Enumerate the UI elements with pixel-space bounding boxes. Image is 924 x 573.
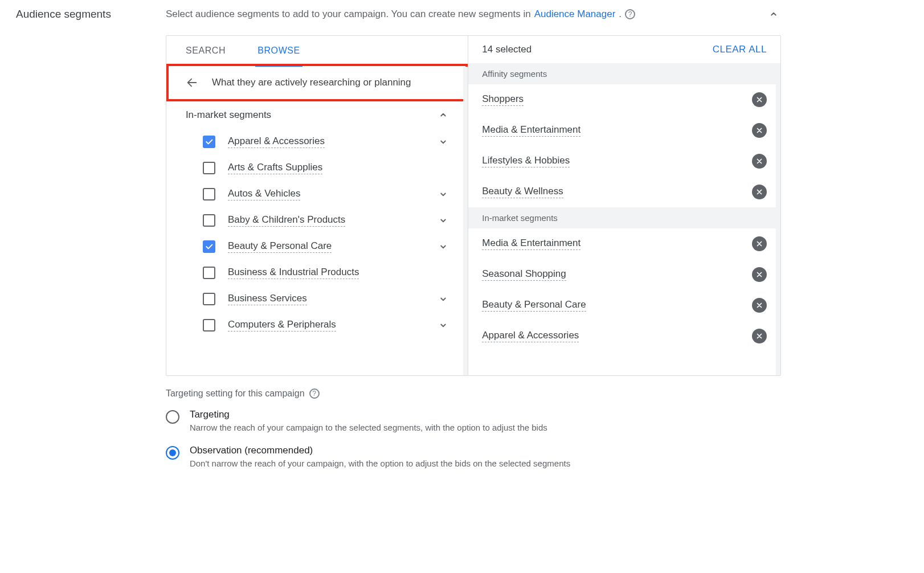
browse-list: Apparel & AccessoriesArts & Crafts Suppl…	[166, 129, 468, 375]
browse-item[interactable]: Arts & Crafts Supplies	[166, 155, 468, 181]
selected-count: 14 selected	[482, 44, 531, 55]
segment-label: Beauty & Personal Care	[228, 240, 332, 253]
tab-search[interactable]: SEARCH	[186, 36, 226, 66]
intro-suffix: .	[619, 9, 622, 20]
segment-label: Shoppers	[482, 93, 524, 106]
targeting-option[interactable]: Observation (recommended)Don't narrow th…	[166, 445, 781, 468]
selected-item: Beauty & Personal Care	[468, 290, 780, 321]
targeting-heading: Targeting setting for this campaign ?	[166, 388, 781, 399]
clear-all-button[interactable]: CLEAR ALL	[713, 44, 767, 55]
checkbox[interactable]	[203, 214, 215, 227]
segment-label: Business & Industrial Products	[228, 267, 359, 279]
chevron-down-icon[interactable]	[438, 242, 448, 252]
checkbox[interactable]	[203, 293, 215, 305]
browse-item[interactable]: Computers & Peripherals	[166, 312, 468, 338]
segment-label: Beauty & Personal Care	[482, 299, 586, 312]
radio-button[interactable]	[166, 410, 179, 424]
help-icon[interactable]: ?	[309, 388, 320, 399]
selected-panel: 14 selected CLEAR ALL Affinity segmentsS…	[468, 36, 780, 375]
targeting-option-desc: Don't narrow the reach of your campaign,…	[190, 459, 570, 468]
browse-item[interactable]: Autos & Vehicles	[166, 181, 468, 207]
segment-label: Apparel & Accessories	[228, 136, 325, 148]
checkbox[interactable]	[203, 267, 215, 279]
browse-panel: SEARCH BROWSE What they are actively res…	[166, 36, 468, 375]
help-icon[interactable]: ?	[625, 9, 635, 19]
selected-item: Shoppers	[468, 84, 780, 115]
tab-browse[interactable]: BROWSE	[257, 36, 300, 66]
targeting-option[interactable]: TargetingNarrow the reach of your campai…	[166, 409, 781, 432]
radio-button[interactable]	[166, 446, 179, 460]
collapse-section-button[interactable]	[766, 7, 781, 22]
checkbox[interactable]	[203, 162, 215, 174]
section-title: Audience segments	[16, 7, 111, 21]
segment-label: Seasonal Shopping	[482, 268, 566, 281]
selected-item: Media & Entertainment	[468, 115, 780, 146]
group-header-label: In-market segments	[186, 109, 271, 121]
segment-label: Autos & Vehicles	[228, 188, 301, 200]
browse-item[interactable]: Business Services	[166, 286, 468, 312]
segment-picker: SEARCH BROWSE What they are actively res…	[166, 35, 781, 376]
selected-item: Apparel & Accessories	[468, 321, 780, 351]
selected-group-header: Affinity segments	[468, 63, 780, 84]
segment-label: Apparel & Accessories	[482, 330, 579, 342]
checkbox[interactable]	[203, 240, 215, 253]
selected-item: Media & Entertainment	[468, 228, 780, 259]
browse-item[interactable]: Baby & Children's Products	[166, 207, 468, 234]
checkbox[interactable]	[203, 136, 215, 148]
browse-item[interactable]: Beauty & Personal Care	[166, 234, 468, 260]
targeting-option-desc: Narrow the reach of your campaign to the…	[190, 423, 547, 432]
chevron-down-icon[interactable]	[438, 189, 448, 199]
scrollbar-thumb[interactable]	[463, 140, 468, 253]
segment-label: Baby & Children's Products	[228, 214, 345, 227]
remove-button[interactable]	[752, 298, 767, 313]
remove-button[interactable]	[752, 154, 767, 169]
selected-group-header: In-market segments	[468, 207, 780, 228]
targeting-option-label: Observation (recommended)	[190, 445, 570, 456]
remove-button[interactable]	[752, 123, 767, 138]
selected-item: Seasonal Shopping	[468, 259, 780, 290]
checkbox[interactable]	[203, 188, 215, 200]
segment-label: Media & Entertainment	[482, 238, 580, 250]
chevron-up-icon	[438, 110, 448, 120]
targeting-option-label: Targeting	[190, 409, 547, 420]
remove-button[interactable]	[752, 267, 767, 282]
group-header-inmarket[interactable]: In-market segments	[166, 101, 468, 129]
remove-button[interactable]	[752, 92, 767, 107]
intro-text: Select audience segments to add to your …	[166, 7, 781, 22]
remove-button[interactable]	[752, 236, 767, 251]
segment-label: Media & Entertainment	[482, 124, 580, 137]
browse-item[interactable]: Business & Industrial Products	[166, 260, 468, 286]
targeting-heading-text: Targeting setting for this campaign	[166, 388, 305, 399]
breadcrumb-label: What they are actively researching or pl…	[212, 77, 411, 88]
checkbox[interactable]	[203, 319, 215, 331]
chevron-down-icon[interactable]	[438, 215, 448, 226]
segment-label: Business Services	[228, 293, 307, 305]
chevron-down-icon[interactable]	[438, 137, 448, 147]
highlighted-region: What they are actively researching or pl…	[166, 64, 468, 101]
intro-prefix: Select audience segments to add to your …	[166, 9, 531, 20]
remove-button[interactable]	[752, 185, 767, 199]
segment-label: Beauty & Wellness	[482, 186, 563, 198]
browse-item[interactable]: Apparel & Accessories	[166, 129, 468, 155]
segment-label: Arts & Crafts Supplies	[228, 162, 322, 174]
segment-label: Computers & Peripherals	[228, 319, 336, 331]
chevron-down-icon[interactable]	[438, 320, 448, 330]
chevron-down-icon[interactable]	[438, 294, 448, 304]
scrollbar-thumb[interactable]	[776, 68, 780, 273]
selected-item: Lifestyles & Hobbies	[468, 146, 780, 177]
remove-button[interactable]	[752, 329, 767, 343]
back-arrow-icon[interactable]	[186, 76, 198, 89]
audience-manager-link[interactable]: Audience Manager	[534, 9, 616, 20]
segment-label: Lifestyles & Hobbies	[482, 155, 570, 167]
selected-item: Beauty & Wellness	[468, 177, 780, 207]
